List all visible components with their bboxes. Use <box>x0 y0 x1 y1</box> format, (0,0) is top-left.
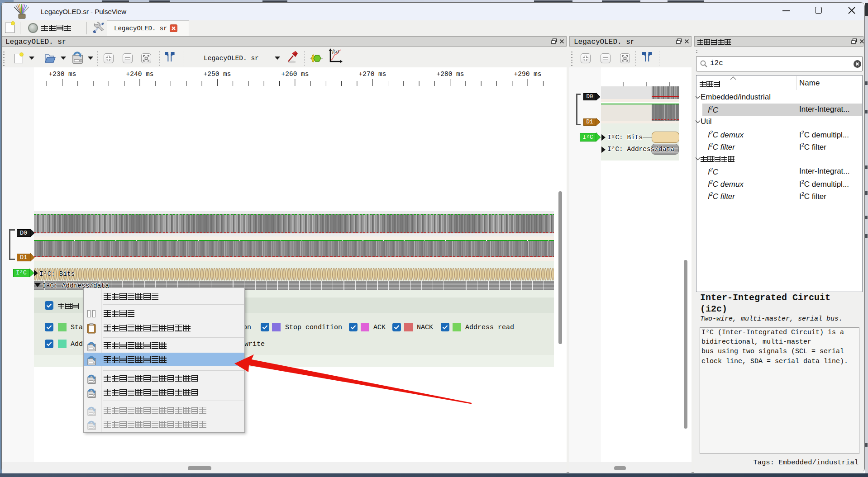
svg-text:f(x): f(x) <box>332 48 339 54</box>
